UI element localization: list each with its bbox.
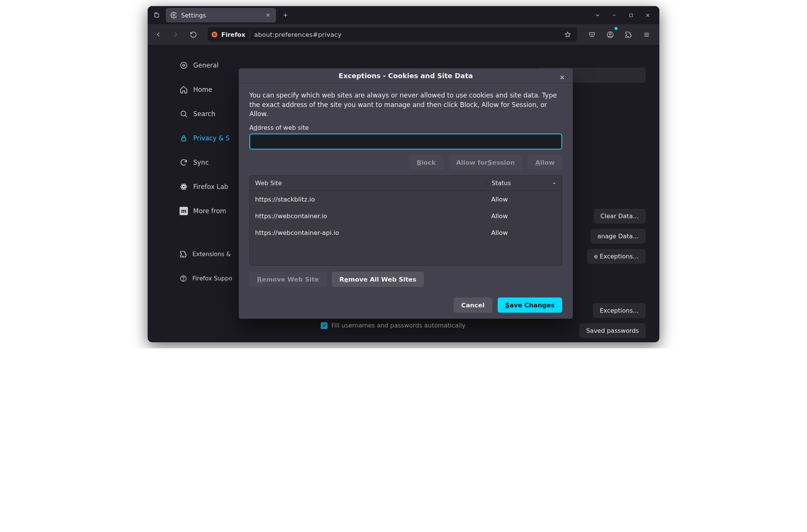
dialog-title: Exceptions - Cookies and Site Data	[339, 72, 473, 80]
firefox-badge: Firefox	[211, 31, 250, 38]
remove-all-button[interactable]: Remove All Web Sites	[332, 272, 424, 287]
cancel-button[interactable]: Cancel	[454, 297, 492, 313]
permission-button-row: Block Allow for Session Allow	[249, 155, 562, 170]
tab-title: Settings	[181, 12, 260, 19]
svg-point-1	[173, 14, 175, 16]
exceptions-button-2[interactable]: Exceptions…	[593, 303, 646, 318]
svg-point-4	[213, 33, 216, 36]
gear-icon	[170, 12, 177, 19]
forward-button[interactable]	[169, 28, 183, 41]
new-tab-button[interactable]	[279, 9, 292, 22]
exceptions-dialog: Exceptions - Cookies and Site Data You c…	[239, 68, 573, 319]
dialog-footer: Cancel Save Changes	[249, 297, 562, 313]
table-row[interactable]: https://stackblitz.ioAllow	[250, 191, 562, 208]
block-button[interactable]: Block	[409, 155, 443, 170]
exceptions-table: Web Site Status https://stackblitz.ioAll…	[249, 175, 562, 266]
svg-rect-10	[182, 138, 186, 141]
url-text: about:preferences#privacy	[254, 31, 341, 38]
back-button[interactable]	[151, 28, 165, 41]
tab-strip: Settings	[148, 6, 659, 24]
address-label: Address of web site	[249, 124, 562, 131]
bookmark-star-icon[interactable]	[561, 28, 574, 41]
close-tab-icon[interactable]	[264, 11, 272, 19]
table-row[interactable]: https://webcontainer.ioAllow	[250, 208, 562, 224]
clear-data-button[interactable]: Clear Data…	[594, 209, 646, 224]
dialog-close-button[interactable]	[557, 72, 567, 83]
all-tabs-chevron-icon[interactable]	[593, 10, 602, 20]
account-icon[interactable]	[603, 28, 617, 41]
minimize-button[interactable]	[609, 10, 619, 20]
svg-point-9	[181, 111, 186, 116]
browser-window: Settings Firefox about:preferences#priva…	[148, 6, 659, 342]
svg-point-8	[181, 62, 187, 69]
bg-right-buttons: Clear Data… anage Data… e Exceptions… Ex…	[579, 209, 646, 338]
table-body: https://stackblitz.ioAllowhttps://webcon…	[250, 191, 562, 265]
fill-passwords-checkbox[interactable]: Fill usernames and passwords automatical…	[321, 322, 466, 329]
svg-point-7	[183, 64, 185, 66]
svg-rect-0	[155, 14, 159, 17]
menu-icon[interactable]	[640, 28, 653, 41]
table-row[interactable]: https://webcontainer-api.ioAllow	[250, 224, 562, 241]
nav-right	[585, 28, 656, 41]
url-badge-text: Firefox	[221, 31, 245, 38]
col-status[interactable]: Status	[486, 179, 562, 187]
pocket-icon[interactable]	[585, 28, 599, 41]
tab-settings[interactable]: Settings	[166, 8, 276, 22]
svg-point-11	[183, 186, 185, 188]
recent-tabs-icon[interactable]	[151, 9, 163, 21]
dialog-body: You can specify which web sites are alwa…	[239, 83, 573, 319]
reload-button[interactable]	[186, 28, 200, 41]
remove-site-button[interactable]: Remove Web Site	[249, 272, 326, 287]
tabstrip-right	[593, 10, 656, 20]
svg-point-5	[609, 33, 611, 35]
address-input[interactable]	[249, 134, 562, 150]
save-changes-button[interactable]: Save Changes	[498, 297, 562, 313]
url-bar[interactable]: Firefox about:preferences#privacy	[208, 27, 577, 42]
table-header: Web Site Status	[250, 176, 562, 191]
extensions-icon[interactable]	[621, 28, 635, 41]
saved-passwords-button[interactable]: Saved passwords	[579, 323, 646, 338]
dialog-header: Exceptions - Cookies and Site Data	[239, 68, 573, 83]
col-website[interactable]: Web Site	[250, 179, 486, 187]
dialog-description: You can specify which web sites are alwa…	[249, 91, 562, 119]
sort-asc-icon	[552, 181, 556, 186]
nav-bar: Firefox about:preferences#privacy	[148, 24, 659, 45]
remove-button-row: Remove Web Site Remove All Web Sites	[249, 272, 562, 287]
exceptions-button-1[interactable]: e Exceptions…	[587, 249, 646, 264]
manage-data-button[interactable]: anage Data…	[591, 229, 646, 244]
svg-point-16	[183, 280, 183, 280]
svg-rect-2	[629, 14, 632, 17]
close-window-button[interactable]	[643, 10, 653, 20]
checkbox-checked-icon	[321, 322, 328, 329]
maximize-button[interactable]	[626, 10, 636, 20]
allow-session-button[interactable]: Allow for Session	[449, 155, 523, 170]
allow-button[interactable]: Allow	[528, 155, 562, 170]
